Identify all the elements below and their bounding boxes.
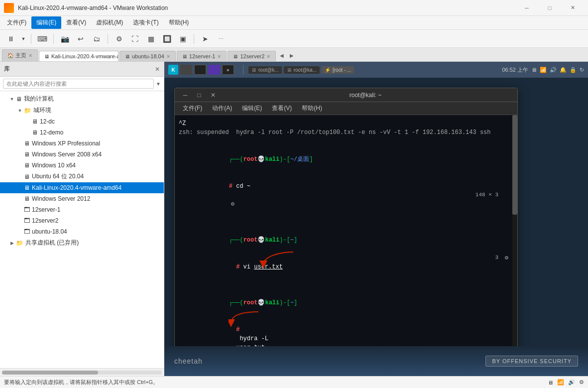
term-menu-action[interactable]: 动作(A) xyxy=(208,103,236,114)
maximize-button[interactable]: □ xyxy=(538,0,561,16)
tree-item-win2012[interactable]: 🖥 Windows Server 2012 xyxy=(0,193,164,204)
enter-btn[interactable]: ➤ xyxy=(198,32,212,46)
term-minimize-button[interactable]: ─ xyxy=(180,90,191,101)
close-button[interactable]: ✕ xyxy=(561,0,584,16)
term-menu-edit[interactable]: 编辑(E) xyxy=(238,103,266,114)
snapshot-manager[interactable]: 🗂 xyxy=(90,32,104,46)
tab-ubuntu[interactable]: 🖥 ubuntu-18.04 ✕ xyxy=(119,51,176,61)
terminal-container[interactable]: ─ □ ✕ root@kali: ~ 文件(F) 动作(A) 编辑(E) 查看(… xyxy=(164,78,588,346)
vm-network-icon[interactable]: 📶 xyxy=(540,67,547,73)
tree-item-win2008[interactable]: 🖥 Windows Server 2008 x64 xyxy=(0,149,164,160)
minimize-button[interactable]: ─ xyxy=(515,0,538,16)
toolbar-sep-4 xyxy=(194,34,194,44)
sidebar-bottom-scrollbar[interactable] xyxy=(0,368,164,376)
expander-shared[interactable]: ▶ xyxy=(8,239,16,247)
pause-dropdown[interactable]: ▼ xyxy=(20,32,27,46)
tree-item-win10[interactable]: 🖥 Windows 10 x64 xyxy=(0,160,164,171)
tree-label-shared: 共享虚拟机 (已弃用) xyxy=(25,239,79,247)
app-icon-2[interactable]: ■ xyxy=(222,65,234,75)
tree-item-12server2[interactable]: 🗔 12server2 xyxy=(0,215,164,226)
pause-button[interactable]: ⏸ xyxy=(4,32,18,46)
vm-notify-icon[interactable]: 🔔 xyxy=(560,67,567,73)
tree-item-ubuntu1804[interactable]: 🗔 ubuntu-18.04 xyxy=(0,226,164,237)
vm-settings[interactable]: ⚙ xyxy=(112,32,126,46)
tab-left-nav[interactable]: ◀ xyxy=(277,49,287,61)
statusbar-network-icon: 📶 xyxy=(557,379,564,386)
tab-home[interactable]: 🏠 主页 ✕ xyxy=(2,49,38,61)
tree-item-12demo[interactable]: 🖥 12-demo xyxy=(0,127,164,138)
arrow-annotation-2 xyxy=(229,309,268,330)
vm-tb-sep-1 xyxy=(243,65,243,75)
tree-label-12demo: 12-demo xyxy=(40,129,63,136)
tree-item-mycomputer[interactable]: ▼ 🖥 我的计算机 xyxy=(0,93,164,105)
snapshot-btn[interactable]: 📷 xyxy=(58,32,72,46)
term-restore-button[interactable]: □ xyxy=(194,90,205,101)
app-drawer-icon[interactable] xyxy=(208,65,220,75)
term-menu-help[interactable]: 帮助(H) xyxy=(298,103,326,114)
terminal-body[interactable]: ^Z zsh: suspended hydra -l root -P /root… xyxy=(175,115,517,346)
full-screen[interactable]: ⛶ xyxy=(128,32,142,46)
unity-mode[interactable]: ▦ xyxy=(144,32,158,46)
tab-12server1[interactable]: 🖥 12server-1 ✕ xyxy=(177,51,227,61)
settings-icon-1[interactable]: ⚙ xyxy=(231,201,235,208)
revert-btn[interactable]: ↩ xyxy=(74,32,88,46)
arrow-annotation-1 xyxy=(258,250,298,272)
menu-tabs[interactable]: 选项卡(T) xyxy=(128,16,163,29)
tree-item-12server1[interactable]: 🗔 12server-1 xyxy=(0,204,164,215)
terminal-toolbar-icon[interactable] xyxy=(180,65,192,75)
statusbar: 要将输入定向到该虚拟机，请将鼠标指针移入其中或按 Ctrl+G。 🖥 📶 🔊 ⚙ xyxy=(0,376,588,388)
tree-item-shared[interactable]: ▶ 📁 共享虚拟机 (已弃用) xyxy=(0,237,164,249)
terminal-line: ^Z xyxy=(179,119,513,128)
tree-item-12dc[interactable]: 🖥 12-dc xyxy=(0,116,164,127)
tree-item-kali[interactable]: 🖥 Kali-Linux-2020.4-vmware-amd64 xyxy=(0,182,164,193)
term-menu-file[interactable]: 文件(F) xyxy=(179,103,206,114)
expander-win2008 xyxy=(16,150,24,158)
tab-ubuntu-close[interactable]: ✕ xyxy=(166,54,170,59)
tab-12server2-close[interactable]: ✕ xyxy=(266,54,270,59)
tree-label-ubuntu2004: Ubuntu 64 位 20.04 xyxy=(32,172,84,181)
view-mode[interactable]: 🔲 xyxy=(160,32,174,46)
term-close-button[interactable]: ✕ xyxy=(208,90,219,101)
vm-lock-icon[interactable]: 🔒 xyxy=(570,67,577,73)
term-menu-view[interactable]: 查看(V) xyxy=(268,103,296,114)
expander-mycomputer[interactable]: ▼ xyxy=(8,95,16,103)
send-ctrl-alt-del[interactable]: ⌨ xyxy=(35,32,49,46)
vm-power-icon[interactable]: ↻ xyxy=(580,67,584,73)
statusbar-volume-icon: 🔊 xyxy=(568,379,575,386)
tab-12server2[interactable]: 🖥 12server2 ✕ xyxy=(228,51,276,61)
search-input[interactable] xyxy=(3,79,154,89)
menu-vm[interactable]: 虚拟机(M) xyxy=(91,16,128,29)
folder-icon: 📁 xyxy=(24,107,31,114)
tab-12server1-close[interactable]: ✕ xyxy=(217,54,221,59)
search-dropdown-icon[interactable]: ▼ xyxy=(156,81,161,87)
expander-win2012 xyxy=(16,195,24,203)
menu-file[interactable]: 文件(F) xyxy=(2,16,31,29)
more-actions[interactable]: ⋯ xyxy=(214,32,228,46)
tab-home-close[interactable]: ✕ xyxy=(28,53,32,58)
tree-item-winxp[interactable]: 🖥 Windows XP Professional xyxy=(0,138,164,149)
tab-ubuntu-label: ubuntu-18.04 xyxy=(132,53,164,59)
window-controls: ─ □ ✕ xyxy=(515,0,584,16)
menu-help[interactable]: 帮助(H) xyxy=(164,16,194,29)
menu-view[interactable]: 查看(V) xyxy=(61,16,91,29)
vm-volume-icon[interactable]: 🔊 xyxy=(550,67,557,73)
terminal-scrollbar[interactable] xyxy=(512,115,517,346)
terminal-scrollbar-thumb[interactable] xyxy=(512,115,517,215)
vm-connection-2[interactable]: 🖥 root@ka... xyxy=(284,66,320,74)
vm-icon: 🖥 xyxy=(32,118,38,125)
tree-item-cityenv[interactable]: ▼ 📁 城环境 xyxy=(0,105,164,116)
tab-kali[interactable]: 🖥 Kali-Linux-2020.4-vmware-a... ✕ xyxy=(39,51,118,61)
vm-connection-3[interactable]: ⚡ [root - ... xyxy=(322,66,354,74)
statusbar-settings-icon[interactable]: ⚙ xyxy=(579,379,584,386)
expander-cityenv[interactable]: ▼ xyxy=(16,107,24,115)
settings-icon-2[interactable]: ⚙ xyxy=(505,254,508,262)
vm-connection-1[interactable]: 🖥 root@k... xyxy=(248,66,282,74)
menu-edit[interactable]: 编辑(E) xyxy=(31,16,61,29)
sidebar-close-icon[interactable]: ✕ xyxy=(155,66,160,73)
search-box: ▼ xyxy=(0,77,164,91)
vm-console[interactable]: ▣ xyxy=(176,32,190,46)
vm-icon: 🖥 xyxy=(24,195,30,202)
tree-item-ubuntu2004[interactable]: 🖥 Ubuntu 64 位 20.04 xyxy=(0,171,164,182)
tab-right-nav[interactable]: ▶ xyxy=(287,49,297,61)
vm-display-area[interactable]: K ■ 🖥 root@k... 🖥 root@ka... ⚡ xyxy=(164,62,588,376)
